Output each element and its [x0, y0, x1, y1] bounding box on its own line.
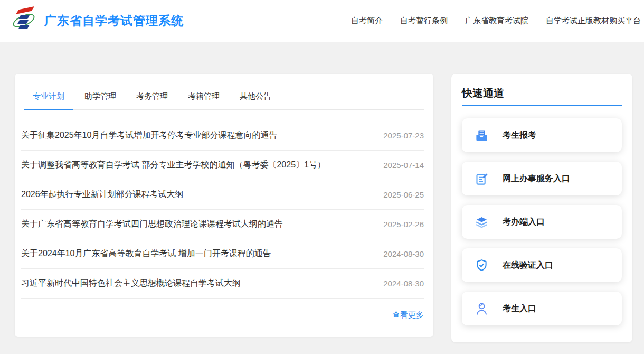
logo-bar-shape: [18, 15, 30, 19]
top-header: 广东省自学考试管理系统 自考简介 自考暂行条例 广东省教育考试院 自学考试正版教…: [0, 0, 644, 42]
announcement-date: 2025-07-23: [373, 131, 424, 140]
nav-link-education-exam-institute[interactable]: 广东省教育考试院: [465, 16, 528, 26]
quick-link-label: 考生入口: [503, 303, 536, 314]
announcement-row[interactable]: 关于调整我省高等教育自学考试 部分专业主考学校的通知（粤考委〔2025〕1号） …: [21, 151, 424, 180]
announcement-row[interactable]: 关于2024年10月广东省高等教育自学考试 增加一门开考课程的通告 2024-0…: [21, 239, 424, 269]
site-logo-icon: [12, 6, 36, 36]
nav-link-textbook-platform[interactable]: 自学考试正版教材购买平台: [546, 16, 641, 26]
quick-link-online-verification[interactable]: 在线验证入口: [462, 248, 622, 282]
announcement-date: 2024-08-30: [373, 249, 424, 258]
layers-icon: [475, 215, 489, 229]
view-more-row: 查看更多: [21, 310, 424, 320]
announcement-date: 2025-02-26: [373, 220, 424, 229]
quick-link-candidate-registration[interactable]: 考生报考: [462, 118, 622, 152]
quick-access-panel: 快速通道 考生报考 网上办事服务入口: [451, 74, 632, 342]
tab-other-notices[interactable]: 其他公告: [231, 85, 280, 110]
logo-bar-shape: [17, 20, 29, 24]
nav-link-provisional-regulations[interactable]: 自考暂行条例: [400, 16, 448, 26]
logo-bar-shape: [18, 25, 30, 29]
quick-link-label: 网上办事服务入口: [503, 173, 570, 184]
announcement-row[interactable]: 关于广东省高等教育自学考试四门思想政治理论课课程考试大纲的通告 2025-02-…: [21, 210, 424, 239]
quick-link-label: 考办端入口: [503, 217, 545, 228]
quick-link-label: 在线验证入口: [503, 260, 553, 271]
announcement-tabs: 专业计划 助学管理 考务管理 考籍管理 其他公告: [24, 85, 424, 110]
tab-major-plan[interactable]: 专业计划: [24, 85, 73, 110]
quick-link-exam-office-portal[interactable]: 考办端入口: [462, 205, 622, 239]
brand: 广东省自学考试管理系统: [12, 6, 184, 36]
quick-link-label: 考生报考: [503, 130, 536, 141]
announcement-title: 2026年起执行专业新计划部分课程考试大纲: [21, 189, 184, 200]
announcement-date: 2025-06-25: [373, 190, 424, 199]
top-nav: 自考简介 自考暂行条例 广东省教育考试院 自学考试正版教材购买平台: [334, 16, 641, 26]
announcement-title: 关于广东省高等教育自学考试四门思想政治理论课课程考试大纲的通告: [21, 219, 283, 230]
view-more-link[interactable]: 查看更多: [392, 310, 424, 319]
tab-exam-registry[interactable]: 考籍管理: [179, 85, 228, 110]
logo-red-shape: [16, 6, 34, 14]
tab-study-support[interactable]: 助学管理: [76, 85, 125, 110]
announcement-title: 关于调整我省高等教育自学考试 部分专业主考学校的通知（粤考委〔2025〕1号）: [21, 160, 326, 171]
shield-check-icon: [475, 258, 489, 273]
quick-link-candidate-portal[interactable]: 考生入口: [462, 292, 622, 325]
announcement-row[interactable]: 关于征集2025年10月自学考试增加开考停考专业部分课程意向的通告 2025-0…: [21, 121, 424, 151]
site-title: 广东省自学考试管理系统: [44, 13, 184, 29]
clipboard-edit-icon: [475, 172, 489, 186]
inbox-icon: [475, 128, 489, 143]
tab-exam-affairs[interactable]: 考务管理: [128, 85, 176, 110]
user-icon: [475, 302, 489, 316]
quick-link-online-services[interactable]: 网上办事服务入口: [462, 162, 622, 195]
announcement-row[interactable]: 习近平新时代中国特色社会主义思想概论课程自学考试大纲 2024-08-30: [21, 269, 424, 299]
nav-link-self-exam-intro[interactable]: 自考简介: [351, 16, 383, 26]
announcement-title: 关于2024年10月广东省高等教育自学考试 增加一门开考课程的通告: [21, 248, 271, 259]
announcement-date: 2025-07-14: [373, 161, 424, 170]
announcement-row[interactable]: 2026年起执行专业新计划部分课程考试大纲 2025-06-25: [21, 180, 424, 210]
announcement-list: 关于征集2025年10月自学考试增加开考停考专业部分课程意向的通告 2025-0…: [21, 121, 424, 299]
announcement-date: 2024-08-30: [373, 279, 424, 288]
quick-access-title: 快速通道: [462, 86, 622, 106]
main-content: 专业计划 助学管理 考务管理 考籍管理 其他公告 关于征集2025年10月自学考…: [15, 74, 632, 342]
announcement-title: 关于征集2025年10月自学考试增加开考停考专业部分课程意向的通告: [21, 130, 277, 141]
announcement-title: 习近平新时代中国特色社会主义思想概论课程自学考试大纲: [21, 278, 241, 289]
announcements-panel: 专业计划 助学管理 考务管理 考籍管理 其他公告 关于征集2025年10月自学考…: [15, 74, 433, 337]
